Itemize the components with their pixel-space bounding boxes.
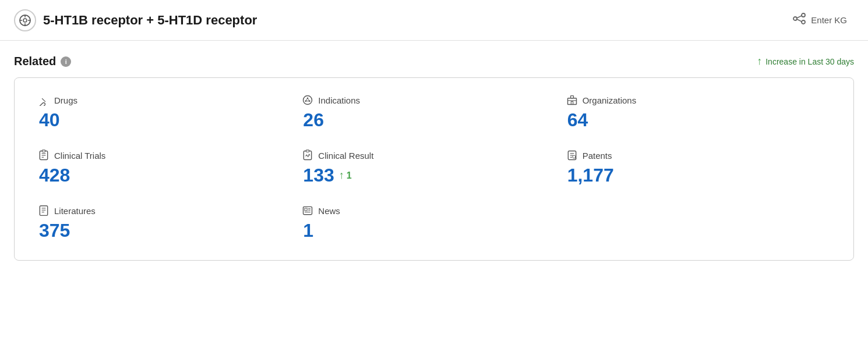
related-header: Related i ↑ Increase in Last 30 days bbox=[14, 55, 854, 68]
svg-line-18 bbox=[308, 98, 309, 101]
enter-kg-button[interactable]: Enter KG bbox=[785, 8, 854, 32]
organizations-icon bbox=[566, 94, 578, 106]
stat-patents[interactable]: Patents 1,177 bbox=[566, 150, 830, 186]
indications-label: Indications bbox=[318, 95, 360, 105]
svg-rect-30 bbox=[306, 150, 309, 152]
svg-rect-42 bbox=[305, 208, 307, 211]
stat-indications[interactable]: Indications 26 bbox=[302, 94, 566, 131]
content-area: Related i ↑ Increase in Last 30 days bbox=[0, 41, 868, 275]
svg-rect-29 bbox=[304, 151, 312, 160]
clinical-trials-label: Clinical Trials bbox=[54, 151, 105, 161]
indications-icon bbox=[302, 94, 313, 106]
clinical-trials-icon bbox=[38, 150, 50, 161]
news-value: 1 bbox=[302, 220, 566, 241]
svg-rect-28 bbox=[43, 150, 45, 152]
svg-rect-21 bbox=[570, 96, 573, 98]
svg-point-8 bbox=[802, 20, 805, 24]
literatures-value: 375 bbox=[38, 220, 302, 241]
stat-clinical-trials[interactable]: Clinical Trials 428 bbox=[38, 150, 302, 186]
logo-icon bbox=[14, 9, 36, 31]
stat-literatures[interactable]: Literatures 375 bbox=[38, 205, 302, 241]
svg-line-17 bbox=[306, 98, 308, 101]
clinical-result-increase: ↑ 1 bbox=[339, 169, 352, 182]
organizations-label: Organizations bbox=[583, 95, 637, 105]
news-icon bbox=[302, 205, 313, 216]
svg-point-7 bbox=[802, 13, 805, 17]
page-title: 5-HT1B receptor + 5-HT1D receptor bbox=[43, 13, 257, 28]
svg-point-6 bbox=[793, 17, 797, 20]
clinical-result-label: Clinical Result bbox=[318, 151, 373, 161]
stat-news[interactable]: News 1 bbox=[302, 205, 566, 241]
patents-value: 1,177 bbox=[566, 165, 830, 186]
stat-clinical-result[interactable]: Clinical Result 133 ↑ 1 bbox=[302, 150, 566, 186]
svg-line-10 bbox=[797, 19, 802, 22]
patents-icon bbox=[566, 150, 578, 161]
enter-kg-label: Enter KG bbox=[811, 15, 847, 25]
stat-organizations[interactable]: Organizations 64 bbox=[566, 94, 830, 131]
pill-icon bbox=[38, 94, 50, 106]
svg-rect-23 bbox=[571, 102, 573, 105]
kg-icon bbox=[792, 12, 806, 29]
organizations-value: 64 bbox=[566, 109, 830, 131]
indications-value: 26 bbox=[302, 109, 566, 131]
svg-point-35 bbox=[572, 155, 575, 158]
increase-label: Increase in Last 30 days bbox=[765, 57, 854, 66]
svg-line-9 bbox=[797, 16, 802, 18]
related-label: Related bbox=[14, 55, 56, 68]
drugs-value: 40 bbox=[38, 109, 302, 131]
drugs-label: Drugs bbox=[54, 95, 77, 105]
svg-line-12 bbox=[42, 98, 45, 102]
header-left: 5-HT1B receptor + 5-HT1D receptor bbox=[14, 9, 257, 31]
svg-rect-37 bbox=[40, 206, 47, 216]
svg-point-13 bbox=[304, 96, 312, 105]
clinical-result-icon bbox=[302, 150, 313, 161]
literatures-icon bbox=[38, 205, 50, 216]
stats-grid: Drugs 40 bbox=[38, 94, 830, 241]
clinical-result-value: 133 ↑ 1 bbox=[302, 165, 566, 186]
literatures-label: Literatures bbox=[54, 206, 96, 216]
related-left: Related i bbox=[14, 55, 71, 68]
news-label: News bbox=[318, 206, 340, 216]
svg-point-1 bbox=[23, 19, 27, 22]
increase-badge: ↑ Increase in Last 30 days bbox=[757, 55, 854, 67]
stat-drugs[interactable]: Drugs 40 bbox=[38, 94, 302, 131]
increase-up-icon: ↑ bbox=[339, 169, 344, 182]
increase-arrow-icon: ↑ bbox=[757, 55, 762, 67]
stats-card: Drugs 40 bbox=[14, 77, 854, 261]
clinical-trials-value: 428 bbox=[38, 165, 302, 186]
patents-label: Patents bbox=[583, 151, 612, 161]
info-icon[interactable]: i bbox=[61, 56, 71, 67]
header: 5-HT1B receptor + 5-HT1D receptor Enter … bbox=[0, 0, 868, 41]
svg-rect-11 bbox=[38, 102, 46, 106]
